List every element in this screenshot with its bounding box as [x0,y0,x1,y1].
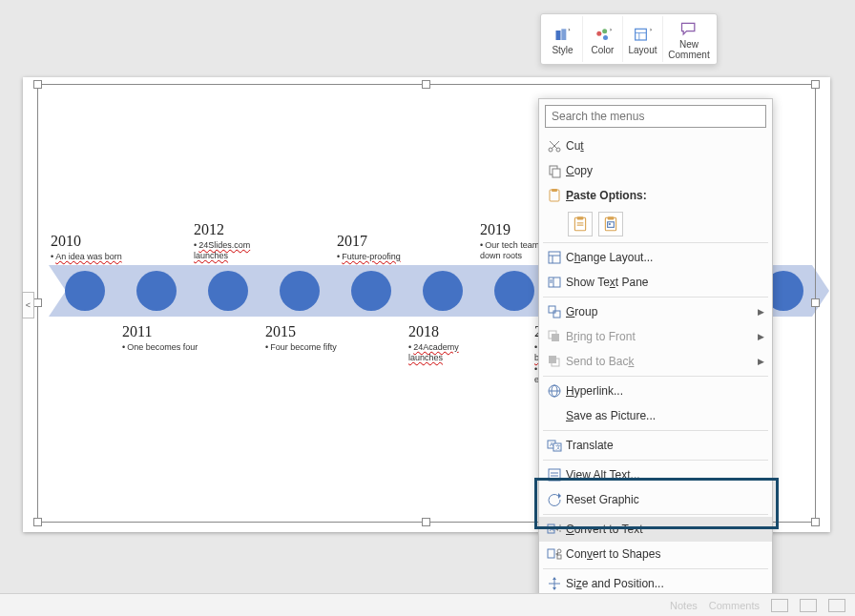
submenu-arrow-icon: ▶ [758,357,764,366]
menu-item-label: Translate [566,439,764,452]
paste-keep-source-button[interactable] [568,212,593,236]
menu-item-copy[interactable]: Copy [539,158,772,183]
menu-item-paste_opts[interactable]: Paste Options: [539,183,772,208]
svg-marker-6 [610,28,612,31]
scissors-icon [543,138,566,154]
timeline-year: 2018 [408,323,492,340]
layout-button[interactable]: Layout [623,16,663,62]
view-sorter-icon[interactable] [800,599,817,612]
svg-rect-38 [549,356,556,363]
menu-item-show_text_pane[interactable]: Show Text Pane [539,270,772,295]
timeline-year: 2012 [194,221,278,238]
timeline-dot[interactable] [351,271,391,311]
layout-icon [543,250,566,265]
svg-rect-20 [577,216,584,219]
view-reading-icon[interactable] [828,599,845,612]
menu-item-label: Size and Position... [566,577,764,590]
style-button[interactable]: Style [543,16,583,62]
timeline-dot[interactable] [136,271,177,311]
new-comment-button[interactable]: New Comment [663,16,715,62]
menu-separator [543,430,768,431]
layout-icon [634,26,653,45]
clipboard-icon [543,188,566,203]
menu-item-label: Reset Graphic [566,493,764,506]
menu-item-label: Paste Options: [566,189,764,202]
svg-marker-53 [555,527,558,531]
menu-item-cut[interactable]: Cut [539,133,772,158]
translate-icon: A文 [543,438,566,453]
timeline-item[interactable]: 2017Future-proofing [337,233,421,262]
resize-handle[interactable] [33,518,42,526]
convshapes-icon [543,546,566,562]
svg-rect-36 [552,334,559,341]
menu-item-group[interactable]: Group▶ [539,299,772,324]
resize-handle[interactable] [811,518,820,526]
menu-item-convert_text[interactable]: AConvert to Text [539,517,772,542]
timeline-item[interactable]: 2010An idea was born [51,233,135,262]
timeline-desc: 24Academy launches [408,342,492,364]
resize-handle[interactable] [33,298,42,307]
resize-handle[interactable] [33,80,42,89]
context-menu: CutCopyPaste Options:Change Layout...Sho… [538,98,773,616]
view-normal-icon[interactable] [771,599,788,612]
timeline-dot[interactable] [423,271,463,311]
svg-marker-2 [568,28,570,31]
timeline-desc: Four become fifty [265,342,349,353]
menu-item-save_pic[interactable]: Save as Picture... [539,403,772,428]
resize-handle[interactable] [422,80,430,89]
timeline-year: 2015 [265,323,349,340]
menu-item-label: Copy [566,164,764,177]
timeline-item[interactable]: 2015Four become fifty [265,323,349,353]
menu-search-input[interactable] [545,105,766,128]
svg-rect-18 [552,189,557,192]
menu-item-convert_shapes[interactable]: Convert to Shapes [539,542,772,566]
svg-rect-27 [549,252,560,263]
svg-rect-0 [555,31,560,40]
resize-handle[interactable] [811,80,820,89]
back-icon [543,354,566,369]
style-label: Style [552,45,573,55]
smartart-mini-toolbar: Style Color Layout New Comment [540,13,718,65]
submenu-arrow-icon: ▶ [758,307,764,317]
style-icon [553,26,573,45]
timeline-desc: 24Slides.com launches [194,240,278,262]
notes-status[interactable]: Notes [670,600,698,611]
svg-marker-63 [553,577,556,580]
link-icon [543,383,566,399]
svg-point-4 [602,29,607,33]
timeline-year: 2017 [337,233,421,250]
paste-picture-button[interactable] [598,212,623,236]
menu-item-change_layout[interactable]: Change Layout... [539,245,772,270]
svg-text:文: 文 [555,443,561,450]
svg-point-3 [596,31,601,35]
menu-item-reset_graphic[interactable]: Reset Graphic [539,487,772,512]
svg-text:A: A [550,525,554,532]
color-button[interactable]: Color [583,16,623,62]
sizepos-icon [543,576,566,591]
menu-item-label: Cut [566,139,764,153]
timeline-item[interactable]: 201224Slides.com launches [194,221,278,262]
svg-point-26 [609,223,611,225]
svg-rect-1 [561,29,566,40]
timeline-dot[interactable] [208,271,248,311]
color-icon [594,26,613,45]
text-pane-toggle[interactable]: < [22,292,34,318]
menu-item-send_back: Send to Back▶ [539,349,772,374]
svg-text:A: A [550,441,553,447]
timeline-dot[interactable] [494,271,534,311]
menu-item-label: View Alt Text... [566,468,764,482]
svg-point-5 [603,35,608,40]
timeline-item[interactable]: 201824Academy launches [408,323,492,364]
menu-item-hyperlink[interactable]: Hyperlink... [539,379,772,403]
svg-rect-34 [549,306,555,313]
timeline-item[interactable]: 2011One becomes four [122,323,206,353]
timeline-dot[interactable] [280,271,320,311]
resize-handle[interactable] [422,518,430,526]
comments-status[interactable]: Comments [709,600,760,611]
svg-point-59 [557,549,561,553]
convtext-icon: A [543,522,566,537]
menu-item-translate[interactable]: A文Translate [539,433,772,458]
timeline-dot[interactable] [65,271,105,311]
menu-item-alt_text[interactable]: View Alt Text... [539,462,772,487]
svg-rect-47 [549,469,560,481]
